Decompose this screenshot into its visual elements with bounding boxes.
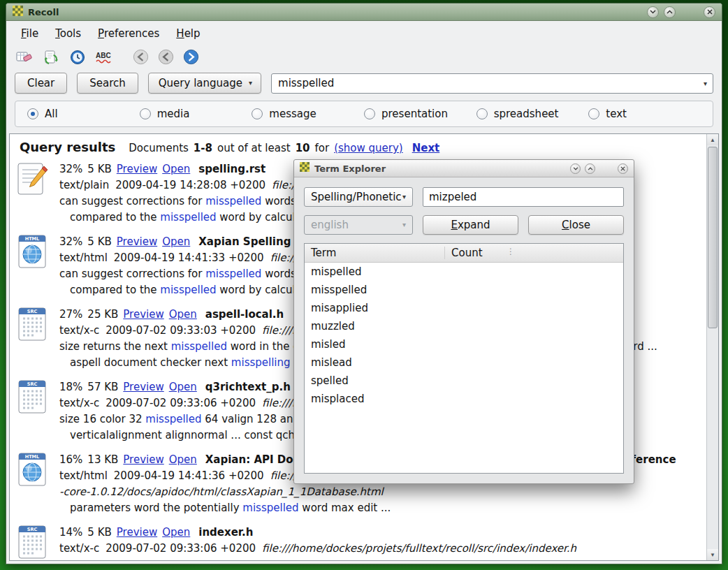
term-row[interactable]: mispelled <box>305 263 623 281</box>
mime-type: text/html <box>59 469 108 482</box>
menu-preferences[interactable]: Preferences <box>90 24 167 43</box>
previous-page-button[interactable] <box>156 48 175 66</box>
titlebar[interactable]: Recoll <box>6 3 722 21</box>
filter-text[interactable]: text <box>588 108 701 120</box>
preview-link[interactable]: Preview <box>123 308 163 321</box>
query-language-dropdown[interactable]: Query language ▾ <box>148 73 261 94</box>
first-page-button[interactable] <box>131 48 150 66</box>
source-icon: SRC <box>17 307 49 342</box>
preview-link[interactable]: Preview <box>117 235 157 248</box>
dialog-body: Spelling/Phonetic ▾ english ▾ Expand Clo… <box>294 177 634 483</box>
radio-icon[interactable] <box>588 108 599 119</box>
term-column-header[interactable]: Term <box>305 247 444 259</box>
svg-text:SRC: SRC <box>27 309 38 314</box>
open-link[interactable]: Open <box>169 308 197 321</box>
relevance-percent: 14% <box>59 526 82 539</box>
close-dialog-button[interactable]: Close <box>528 215 624 235</box>
doc-date: 2009-07-02 09:33:06 +0200 <box>105 542 256 555</box>
dialog-minimize-button[interactable] <box>570 163 581 174</box>
dialog-titlebar[interactable]: Term Explorer <box>294 160 634 177</box>
file-size: 5 KB <box>87 163 111 175</box>
radio-icon[interactable] <box>140 108 151 119</box>
count-column-header[interactable]: Count <box>444 247 623 259</box>
open-link[interactable]: Open <box>169 381 197 393</box>
open-link[interactable]: Open <box>162 526 190 539</box>
expand-button[interactable]: Expand <box>423 215 518 235</box>
term-row[interactable]: mislead <box>305 353 623 372</box>
next-page-link[interactable]: Next <box>412 142 440 154</box>
scrollbar-thumb[interactable] <box>708 147 718 328</box>
term-row[interactable]: spelled <box>305 372 623 390</box>
results-scrollbar[interactable]: ▲ ▼ <box>706 134 718 560</box>
menu-help[interactable]: Help <box>168 24 208 43</box>
scroll-down-icon[interactable]: ▼ <box>707 549 718 560</box>
term-row[interactable]: misspelled <box>305 281 623 299</box>
term-row[interactable]: misled <box>305 335 623 353</box>
notepad-icon <box>17 161 49 196</box>
term-table-header[interactable]: Term Count ⋮ <box>305 244 623 263</box>
radio-icon[interactable] <box>364 108 375 119</box>
filter-all[interactable]: All <box>27 108 140 120</box>
term-row[interactable]: misapplied <box>305 299 623 317</box>
term-input[interactable] <box>423 188 623 206</box>
result-title: q3richtext_p.h <box>205 381 291 393</box>
open-link[interactable]: Open <box>162 235 190 248</box>
result-title: spelling.rst <box>198 163 265 175</box>
erase-field-icon <box>15 49 33 66</box>
show-query-link[interactable]: (show query) <box>334 142 403 154</box>
open-link[interactable]: Open <box>162 163 190 175</box>
search-row: Clear Search Query language ▾ ▾ <box>6 71 722 101</box>
scroll-up-icon[interactable]: ▲ <box>707 134 718 145</box>
term-row[interactable]: muzzled <box>305 317 623 335</box>
radio-icon[interactable] <box>252 108 263 119</box>
radio-icon[interactable] <box>27 108 38 119</box>
expansion-mode-dropdown[interactable]: Spelling/Phonetic ▾ <box>304 187 413 207</box>
radio-icon[interactable] <box>476 108 488 119</box>
spellcheck-abc-button[interactable]: ABC <box>94 48 113 66</box>
search-button[interactable]: Search <box>77 73 138 94</box>
menu-bar: FileToolsPreferencesHelp <box>6 21 722 46</box>
preview-link[interactable]: Preview <box>123 381 163 393</box>
preview-link[interactable]: Preview <box>117 163 157 175</box>
filter-spreadsheet[interactable]: spreadsheet <box>476 108 589 120</box>
scrollbar-track[interactable] <box>707 145 718 549</box>
history-clock-button[interactable] <box>68 48 87 66</box>
mime-type: text/plain <box>59 179 109 191</box>
filter-presentation[interactable]: presentation <box>364 108 476 120</box>
menu-tools[interactable]: Tools <box>48 24 89 43</box>
filter-message[interactable]: message <box>252 108 364 120</box>
minimize-button[interactable] <box>647 6 659 18</box>
documents-label: Documents <box>129 142 189 154</box>
preview-link[interactable]: Preview <box>123 453 163 466</box>
chevron-down-icon: ▾ <box>402 221 406 228</box>
maximize-button[interactable] <box>664 6 676 18</box>
filter-media[interactable]: media <box>140 108 252 120</box>
query-combobox[interactable]: ▾ <box>271 73 713 94</box>
highlighted-term: misspelled <box>145 413 201 425</box>
expansion-mode-value: Spelling/Phonetic <box>311 191 402 203</box>
of-label: out of at least <box>217 142 291 154</box>
query-input[interactable] <box>272 77 713 89</box>
term-input-box[interactable] <box>423 187 624 207</box>
close-button[interactable] <box>704 6 715 18</box>
term-cell: misplaced <box>305 393 444 405</box>
svg-text:SRC: SRC <box>27 381 38 387</box>
combo-arrow-icon[interactable]: ▾ <box>704 80 707 87</box>
mime-type: text/html <box>59 251 108 264</box>
term-row[interactable]: misplaced <box>305 390 623 408</box>
preview-link[interactable]: Preview <box>117 526 157 539</box>
next-page-button[interactable] <box>182 48 201 66</box>
dialog-close-button[interactable] <box>618 163 628 174</box>
snippet-text: word max edit ... <box>299 502 391 514</box>
highlighted-term: misspelled <box>242 502 298 514</box>
doc-update-icon <box>43 49 59 66</box>
dialog-maximize-button[interactable] <box>585 163 595 174</box>
result-item: SRC14%5 KBPreviewOpenindexer.htext/x-c20… <box>17 525 704 560</box>
menu-file[interactable]: File <box>13 24 46 43</box>
doc-update-button[interactable] <box>41 48 60 66</box>
header-splitter-icon[interactable]: ⋮ <box>507 247 515 256</box>
results-title: Query results <box>20 140 115 154</box>
erase-field-button[interactable] <box>15 48 34 66</box>
open-link[interactable]: Open <box>169 453 197 466</box>
clear-button[interactable]: Clear <box>15 73 67 94</box>
